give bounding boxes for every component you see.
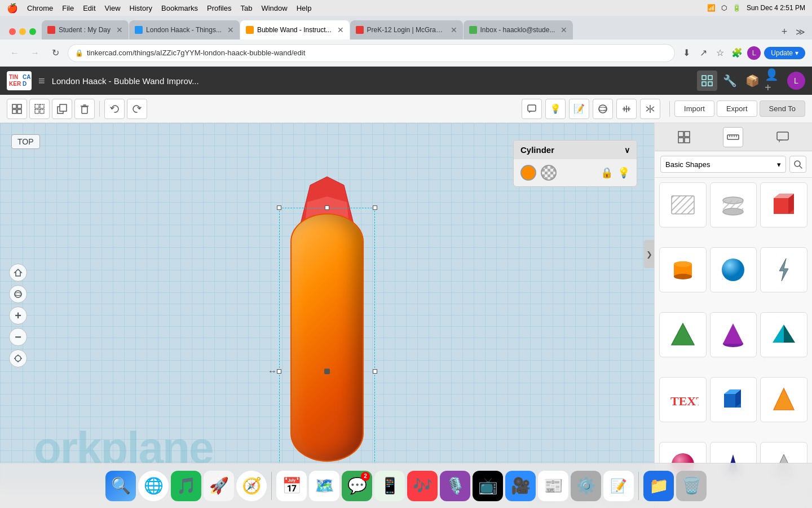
shape-cylinder-hole[interactable] (710, 182, 757, 227)
orbit-view-btn[interactable] (9, 285, 27, 303)
menu-tab[interactable]: Tab (240, 4, 252, 12)
shape-box-hole[interactable] (659, 182, 707, 227)
shape-box-blue[interactable] (710, 377, 757, 422)
mirror-tool-btn[interactable] (640, 99, 660, 119)
shape-prism-teal[interactable] (760, 312, 807, 357)
dock-zoom[interactable]: 🎥 (505, 471, 536, 501)
minimize-window-btn[interactable] (19, 28, 26, 35)
duplicate-btn[interactable] (52, 99, 72, 119)
export-btn[interactable]: Export (717, 100, 757, 117)
comment-tool-btn[interactable] (522, 99, 542, 119)
prop-chevron[interactable]: ∨ (624, 146, 630, 155)
align-tool-btn[interactable] (616, 99, 637, 119)
shape-pyramid-green[interactable] (659, 312, 707, 357)
menu-window[interactable]: Window (261, 4, 287, 12)
dock-calendar[interactable]: 📅 (276, 471, 307, 501)
share-icon[interactable]: ↗ (696, 46, 710, 60)
tc-canvas[interactable]: orkplane TOP + − (0, 123, 654, 508)
lock-icon[interactable]: 🔒 (601, 167, 613, 179)
notes-tool-btn[interactable]: 📝 (569, 99, 589, 119)
dock-android-file[interactable]: 📱 (374, 471, 405, 501)
delete-btn[interactable] (74, 99, 95, 119)
tab1-close[interactable]: ✕ (116, 25, 123, 34)
back-btn[interactable]: ← (7, 45, 23, 61)
shape-lightning[interactable] (760, 247, 807, 292)
components-icon[interactable]: 📦 (742, 71, 762, 91)
tab-student-day[interactable]: Student : My Day ✕ (42, 20, 129, 40)
menu-edit[interactable]: Edit (83, 4, 95, 12)
shape-box-red[interactable] (760, 182, 807, 227)
profile-icon[interactable]: L (747, 46, 761, 60)
shape-pyramid-yellow[interactable] (760, 377, 807, 422)
dock-finder[interactable]: 🔍 (105, 471, 136, 501)
dock-notion[interactable]: 📝 (603, 471, 634, 501)
panel-collapse-btn[interactable]: ❯ (644, 240, 654, 268)
add-user-icon[interactable]: 👤+ (765, 71, 785, 91)
menu-file[interactable]: File (62, 4, 74, 12)
dock-safari[interactable]: 🧭 (236, 471, 267, 501)
tab3-close[interactable]: ✕ (337, 25, 344, 34)
dock-trash[interactable]: 🗑️ (676, 471, 707, 501)
dock-folder[interactable]: 📁 (643, 471, 674, 501)
panel-ruler-btn[interactable] (723, 127, 743, 147)
tab4-close[interactable]: ✕ (451, 25, 457, 34)
tab-bubble-wand[interactable]: Bubble Wand - Instruct... ✕ (240, 20, 350, 40)
download-icon[interactable]: ⬇ (679, 46, 693, 60)
home-view-btn[interactable] (9, 264, 27, 282)
maximize-window-btn[interactable] (29, 28, 36, 35)
menu-help[interactable]: Help (297, 4, 312, 12)
shapes-search-btn[interactable] (789, 156, 806, 173)
import-btn[interactable]: Import (674, 100, 714, 117)
shapes-category-dropdown[interactable]: Basic Shapes ▾ (660, 156, 786, 173)
zoom-in-btn[interactable]: + (9, 306, 27, 325)
update-button[interactable]: Update ▾ (764, 47, 805, 59)
tab-london-haack[interactable]: London Haack - Things... ✕ (129, 20, 240, 40)
redo-btn[interactable] (127, 99, 147, 119)
forward-btn[interactable]: → (27, 45, 43, 61)
tab-prek12[interactable]: PreK-12 Login | McGraw... ✕ (350, 20, 463, 40)
send-to-btn[interactable]: Send To (760, 100, 805, 117)
tab2-close[interactable]: ✕ (227, 25, 234, 34)
shape-cone-purple[interactable] (710, 312, 757, 357)
dock-tv[interactable]: 📺 (473, 471, 503, 501)
user-avatar[interactable]: L (787, 72, 805, 90)
menu-chrome[interactable]: Chrome (27, 4, 53, 12)
menu-history[interactable]: History (130, 4, 152, 12)
url-bar[interactable]: 🔒 tinkercad.com/things/aIZZic7gYYM-londo… (68, 44, 675, 62)
group-btn[interactable] (7, 99, 27, 119)
grid-view-icon[interactable] (697, 71, 717, 91)
dock-launchpad[interactable]: 🚀 (204, 471, 234, 501)
dock-messages[interactable]: 💬 2 (342, 471, 372, 501)
dock-news[interactable]: 📰 (538, 471, 568, 501)
tc-hamburger-btn[interactable]: ≡ (38, 75, 45, 87)
dock-maps[interactable]: 🗺️ (309, 471, 339, 501)
zoom-out-btn[interactable]: − (9, 328, 27, 346)
light-icon[interactable]: 💡 (617, 167, 630, 179)
refresh-btn[interactable]: ↻ (47, 45, 63, 61)
color-swatch-hole[interactable] (541, 165, 557, 181)
dock-podcasts[interactable]: 🎙️ (440, 471, 470, 501)
shape-cylinder-orange[interactable] (659, 247, 707, 292)
tab5-close[interactable]: ✕ (561, 25, 567, 34)
new-tab-button[interactable]: + (776, 24, 792, 40)
undo-btn[interactable] (104, 99, 125, 119)
bookmark-icon[interactable]: ☆ (713, 46, 727, 60)
menu-bookmarks[interactable]: Bookmarks (161, 4, 198, 12)
panel-chat-btn[interactable] (773, 127, 793, 147)
dock-music[interactable]: 🎶 (407, 471, 438, 501)
shape-text-red[interactable]: TEXT (659, 377, 707, 422)
menu-profiles[interactable]: Profiles (207, 4, 231, 12)
ungroup-btn[interactable] (29, 99, 50, 119)
apple-menu[interactable]: 🍎 (7, 3, 18, 14)
resize-arrow-left[interactable]: ↔ (268, 366, 277, 376)
tab-expand-btn[interactable]: ≫ (793, 24, 807, 40)
extensions-icon[interactable]: 🧩 (730, 46, 744, 60)
orbit-tool-btn[interactable] (593, 99, 613, 119)
panel-grid-btn[interactable] (674, 127, 694, 147)
tab-inbox[interactable]: Inbox - haacklo@stude... ✕ (464, 20, 573, 40)
tools-icon[interactable]: 🔧 (720, 71, 740, 91)
fit-view-btn[interactable] (9, 349, 27, 367)
close-window-btn[interactable] (9, 28, 16, 35)
dock-chrome[interactable]: 🌐 (138, 471, 169, 501)
menu-view[interactable]: View (105, 4, 121, 12)
